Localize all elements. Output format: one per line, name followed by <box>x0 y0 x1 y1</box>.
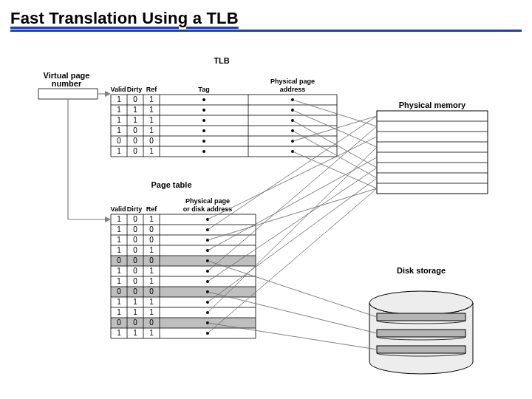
svg-text:Valid: Valid <box>110 86 126 93</box>
svg-text:Dirty: Dirty <box>127 205 143 213</box>
svg-text:1: 1 <box>149 116 154 124</box>
svg-text:1: 1 <box>117 246 121 254</box>
tlb-diagram: TLBVirtual pagenumberValidDirtyRefTagPhy… <box>0 0 532 399</box>
svg-point-143 <box>369 291 473 315</box>
svg-text:0: 0 <box>133 256 137 265</box>
svg-text:1: 1 <box>149 308 154 316</box>
svg-text:Ref: Ref <box>146 205 158 213</box>
svg-text:0: 0 <box>149 137 154 145</box>
svg-text:1: 1 <box>149 147 154 155</box>
svg-text:0: 0 <box>133 225 137 233</box>
svg-text:1: 1 <box>133 106 137 114</box>
svg-text:Dirty: Dirty <box>127 86 143 93</box>
svg-text:0: 0 <box>133 277 137 285</box>
svg-text:0: 0 <box>133 318 137 327</box>
svg-text:1: 1 <box>133 116 137 124</box>
svg-text:1: 1 <box>117 147 121 155</box>
svg-text:0: 0 <box>133 236 137 244</box>
svg-text:0: 0 <box>133 147 137 155</box>
svg-text:0: 0 <box>149 287 154 296</box>
svg-text:1: 1 <box>133 298 137 306</box>
svg-text:0: 0 <box>133 126 137 134</box>
svg-text:0: 0 <box>133 137 137 145</box>
svg-point-44 <box>202 109 205 112</box>
svg-point-59 <box>202 140 205 143</box>
svg-text:1: 1 <box>149 106 154 114</box>
svg-point-39 <box>202 98 205 101</box>
svg-rect-145 <box>377 330 466 337</box>
svg-text:0: 0 <box>117 318 121 327</box>
svg-text:0: 0 <box>149 256 154 265</box>
svg-rect-17 <box>38 89 98 99</box>
svg-text:number: number <box>52 79 82 88</box>
svg-point-54 <box>202 129 205 132</box>
svg-text:0: 0 <box>133 215 137 223</box>
svg-text:0: 0 <box>133 267 137 275</box>
svg-text:1: 1 <box>117 106 121 114</box>
svg-text:1: 1 <box>117 95 121 103</box>
svg-text:1: 1 <box>117 329 121 337</box>
svg-line-156 <box>208 157 377 250</box>
svg-text:address: address <box>280 86 306 93</box>
svg-text:TLB: TLB <box>214 56 229 65</box>
svg-text:1: 1 <box>117 267 121 275</box>
svg-text:1: 1 <box>117 215 121 223</box>
svg-text:1: 1 <box>149 277 154 285</box>
svg-text:1: 1 <box>149 298 154 306</box>
svg-text:1: 1 <box>133 329 137 337</box>
svg-text:or disk address: or disk address <box>183 205 233 213</box>
svg-text:0: 0 <box>149 225 154 233</box>
svg-text:1: 1 <box>149 329 154 337</box>
svg-point-64 <box>202 150 205 153</box>
svg-text:1: 1 <box>117 225 121 233</box>
svg-text:1: 1 <box>117 236 121 244</box>
svg-text:0: 0 <box>133 287 137 296</box>
svg-line-161 <box>208 178 377 302</box>
svg-text:1: 1 <box>149 95 154 103</box>
svg-text:1: 1 <box>117 298 121 306</box>
svg-text:1: 1 <box>117 126 121 134</box>
svg-text:1: 1 <box>117 308 121 316</box>
svg-text:0: 0 <box>117 256 121 265</box>
svg-text:Ref: Ref <box>146 86 158 93</box>
svg-text:0: 0 <box>117 137 121 145</box>
svg-text:0: 0 <box>117 287 121 296</box>
svg-text:1: 1 <box>149 246 154 254</box>
svg-line-162 <box>208 147 377 313</box>
svg-text:Valid: Valid <box>110 205 126 213</box>
svg-text:1: 1 <box>149 267 154 275</box>
svg-text:0: 0 <box>133 246 137 254</box>
svg-point-49 <box>202 119 205 122</box>
svg-text:1: 1 <box>117 277 121 285</box>
svg-text:0: 0 <box>149 236 154 244</box>
svg-rect-144 <box>377 313 466 321</box>
svg-text:1: 1 <box>133 308 137 316</box>
svg-text:Tag: Tag <box>198 86 209 93</box>
svg-text:1: 1 <box>149 215 154 223</box>
svg-rect-146 <box>377 346 466 353</box>
svg-text:0: 0 <box>149 318 154 327</box>
svg-text:Physical page: Physical page <box>270 78 315 85</box>
svg-text:Physical memory: Physical memory <box>399 100 466 109</box>
svg-text:1: 1 <box>117 116 121 124</box>
svg-text:0: 0 <box>133 95 137 103</box>
svg-text:Physical page: Physical page <box>185 197 230 205</box>
svg-text:Disk storage: Disk storage <box>397 266 446 275</box>
svg-text:Page table: Page table <box>151 180 191 189</box>
svg-text:1: 1 <box>149 126 154 134</box>
svg-marker-21 <box>105 216 111 222</box>
